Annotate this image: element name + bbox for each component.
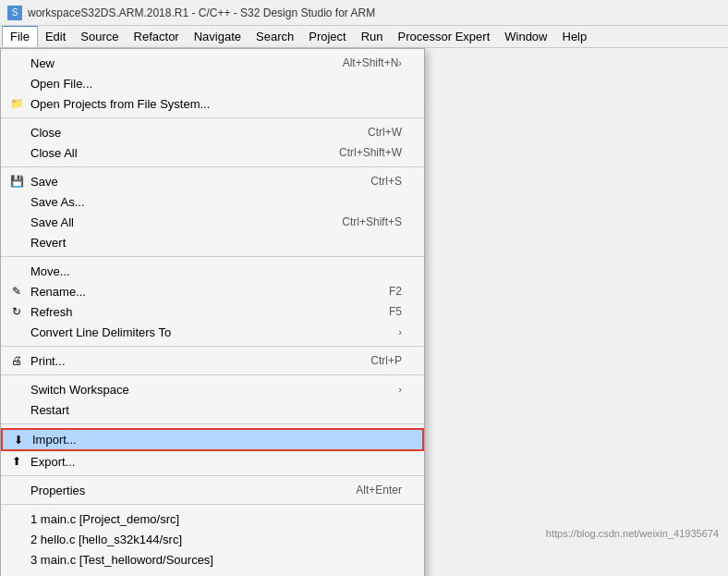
divider-3	[1, 256, 424, 257]
menu-project[interactable]: Project	[301, 26, 353, 47]
divider-8	[1, 504, 424, 505]
file-dropdown-menu: New Alt+Shift+N › Open File... 📁 Open Pr…	[0, 48, 425, 576]
menu-item-switch-workspace[interactable]: Switch Workspace ›	[1, 379, 424, 399]
menu-item-save[interactable]: 💾 Save Ctrl+S	[1, 171, 424, 191]
menu-refactor[interactable]: Refactor	[127, 26, 187, 47]
import-icon: ⬇	[10, 432, 27, 448]
menu-item-export[interactable]: ⬆ Export...	[1, 451, 424, 472]
menu-item-recent-4[interactable]: 4 ProcessorExpert.pe [Test_helloword]	[1, 570, 424, 576]
divider-6	[1, 423, 424, 424]
menu-item-recent-2[interactable]: 2 hello.c [hello_s32k144/src]	[1, 529, 424, 549]
rename-icon: ✎	[8, 283, 25, 300]
print-icon: 🖨	[8, 352, 25, 369]
menu-item-open-file[interactable]: Open File...	[1, 73, 424, 93]
menu-item-save-all[interactable]: Save All Ctrl+Shift+S	[1, 212, 424, 232]
menu-item-revert[interactable]: Revert	[1, 232, 424, 252]
menu-item-new[interactable]: New Alt+Shift+N ›	[1, 53, 424, 73]
menu-processor-expert[interactable]: Processor Expert	[391, 26, 498, 47]
open-projects-icon: 📁	[8, 95, 25, 112]
divider-4	[1, 346, 424, 347]
menu-item-rename[interactable]: ✎ Rename... F2	[1, 281, 424, 301]
file-dropdown: New Alt+Shift+N › Open File... 📁 Open Pr…	[0, 48, 425, 576]
menu-edit[interactable]: Edit	[38, 26, 73, 47]
app-icon: S	[7, 6, 22, 20]
menu-item-print[interactable]: 🖨 Print... Ctrl+P	[1, 350, 424, 371]
menu-item-recent-3[interactable]: 3 main.c [Test_helloword/Sources]	[1, 549, 424, 570]
menu-source[interactable]: Source	[73, 26, 126, 47]
menu-item-convert-line-delimiters[interactable]: Convert Line Delimiters To ›	[1, 322, 424, 342]
menu-window[interactable]: Window	[497, 26, 554, 47]
menu-help[interactable]: Help	[555, 26, 595, 47]
menu-search[interactable]: Search	[249, 26, 301, 47]
menu-item-save-as[interactable]: Save As...	[1, 191, 424, 212]
watermark: https://blog.csdn.net/weixin_41935674	[546, 528, 719, 539]
menu-item-refresh[interactable]: ↻ Refresh F5	[1, 301, 424, 322]
save-icon: 💾	[8, 173, 25, 190]
divider-1	[1, 117, 424, 118]
refresh-icon: ↻	[8, 303, 25, 320]
menu-item-close-all[interactable]: Close All Ctrl+Shift+W	[1, 142, 424, 163]
menu-run[interactable]: Run	[354, 26, 391, 47]
menu-item-properties[interactable]: Properties Alt+Enter	[1, 480, 424, 500]
menu-item-move[interactable]: Move...	[1, 261, 424, 281]
export-icon: ⬆	[8, 453, 25, 470]
content-area	[425, 48, 728, 576]
divider-7	[1, 475, 424, 476]
menu-file[interactable]: File	[2, 26, 38, 47]
menu-bar: File Edit Source Refactor Navigate Searc…	[0, 26, 728, 48]
menu-item-open-projects[interactable]: 📁 Open Projects from File System...	[1, 93, 424, 114]
menu-navigate[interactable]: Navigate	[187, 26, 249, 47]
menu-item-recent-1[interactable]: 1 main.c [Project_demo/src]	[1, 509, 424, 529]
menu-item-close[interactable]: Close Ctrl+W	[1, 122, 424, 142]
menu-item-restart[interactable]: Restart	[1, 399, 424, 420]
divider-5	[1, 374, 424, 375]
title-text: workspaceS32DS.ARM.2018.R1 - C/C++ - S32…	[28, 6, 375, 19]
divider-2	[1, 166, 424, 167]
menu-item-import[interactable]: ⬇ Import...	[1, 428, 424, 451]
title-bar: S workspaceS32DS.ARM.2018.R1 - C/C++ - S…	[0, 0, 728, 26]
